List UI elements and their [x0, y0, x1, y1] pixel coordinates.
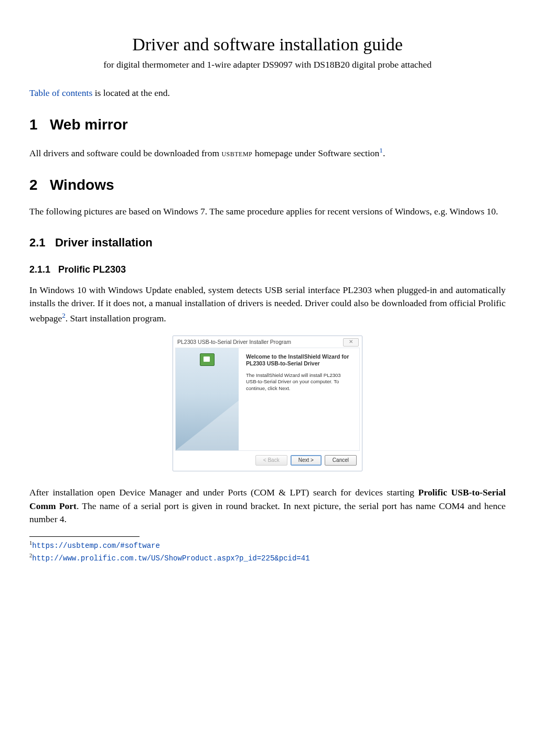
subsubsection-title: Prolific PL2303: [58, 264, 126, 275]
footnote-url-2[interactable]: http://www.prolific.com.tw/US/ShowProduc…: [32, 554, 309, 563]
footnote-url-1[interactable]: https://usbtemp.com/#software: [32, 542, 160, 550]
toc-suffix: is located at the end.: [92, 88, 170, 98]
installer-figure: PL2303 USB-to-Serial Driver Installer Pr…: [29, 336, 506, 472]
installer-side-graphic: [176, 348, 239, 450]
back-button: < Back: [255, 455, 287, 466]
toc-sentence: Table of contents is located at the end.: [29, 87, 506, 100]
subsection-num: 2.1: [29, 236, 46, 249]
page-title: Driver and software installation guide: [29, 31, 506, 57]
text: . Start installation program.: [66, 312, 166, 323]
text: After installation open Device Manager a…: [29, 487, 418, 498]
footnote-2: 2http://www.prolific.com.tw/US/ShowProdu…: [29, 552, 506, 564]
windows-intro-paragraph: The following pictures are based on Wind…: [29, 205, 506, 218]
text: . The name of a serial port is given in …: [29, 501, 506, 524]
subsection-title: Driver installation: [55, 236, 153, 249]
web-mirror-paragraph: All drivers and software could be downlo…: [29, 145, 506, 160]
subsection-driver-installation: 2.1 Driver installation: [29, 234, 506, 251]
section-num: 2: [29, 177, 38, 193]
subsubsection-pl2303: 2.1.1 Prolific PL2303: [29, 263, 506, 276]
section-windows: 2 Windows: [29, 175, 506, 196]
pl2303-paragraph-2: After installation open Device Manager a…: [29, 486, 506, 526]
installer-window: PL2303 USB-to-Serial Driver Installer Pr…: [173, 336, 362, 472]
installer-content: Welcome to the InstallShield Wizard for …: [239, 348, 359, 450]
footnote-1: 1https://usbtemp.com/#software: [29, 539, 506, 552]
triangle-graphic: [176, 401, 239, 450]
footnotes: 1https://usbtemp.com/#software 2http://w…: [29, 539, 506, 564]
smallcaps-usbtemp: usbtemp: [221, 147, 252, 158]
text: homepage under Software section: [252, 147, 379, 158]
text: All drivers and software could be downlo…: [29, 147, 221, 158]
installer-body: Welcome to the InstallShield Wizard for …: [175, 348, 360, 451]
pl2303-paragraph-1: In Windows 10 with Windows Update enable…: [29, 284, 506, 325]
installer-titlebar: PL2303 USB-to-Serial Driver Installer Pr…: [173, 336, 362, 348]
section-web-mirror: 1 Web mirror: [29, 114, 506, 136]
close-button[interactable]: ✕: [343, 338, 359, 347]
footnote-rule: [29, 536, 140, 537]
toc-link[interactable]: Table of contents: [29, 88, 92, 98]
section-num: 1: [29, 116, 38, 133]
section-title: Windows: [50, 177, 114, 193]
installer-window-title: PL2303 USB-to-Serial Driver Installer Pr…: [177, 338, 291, 346]
subsubsection-num: 2.1.1: [29, 264, 50, 275]
installer-button-row: < Back Next > Cancel: [173, 451, 362, 471]
box-icon: [200, 353, 215, 366]
text: .: [383, 147, 385, 158]
section-title: Web mirror: [50, 116, 128, 133]
next-button[interactable]: Next >: [291, 455, 322, 466]
page-subtitle: for digital thermometer and 1-wire adapt…: [29, 58, 506, 71]
installer-heading: Welcome to the InstallShield Wizard for …: [246, 353, 353, 367]
cancel-button[interactable]: Cancel: [325, 455, 357, 466]
installer-description: The InstallShield Wizard will install PL…: [246, 372, 353, 392]
